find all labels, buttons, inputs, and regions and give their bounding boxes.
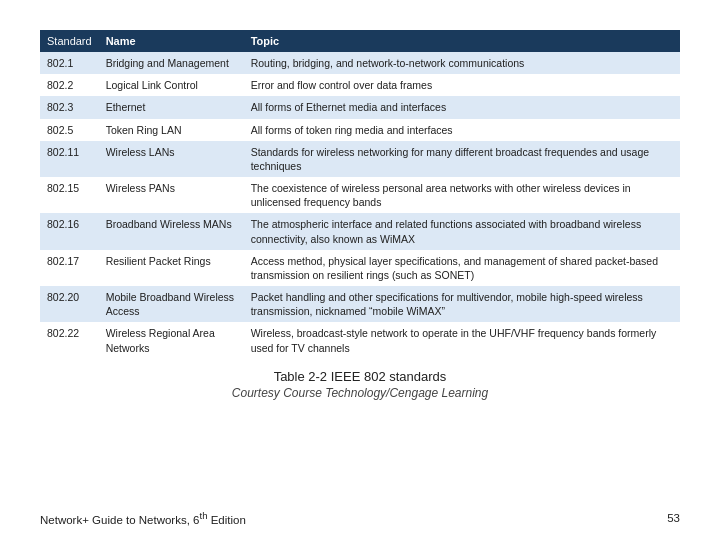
cell-standard: 802.15 xyxy=(40,177,99,213)
cell-standard: 802.16 xyxy=(40,213,99,249)
table-row: 802.17Resilient Packet RingsAccess metho… xyxy=(40,250,680,286)
table-row: 802.5Token Ring LANAll forms of token ri… xyxy=(40,119,680,141)
table-row: 802.1Bridging and ManagementRouting, bri… xyxy=(40,52,680,74)
cell-standard: 802.22 xyxy=(40,322,99,358)
cell-standard: 802.17 xyxy=(40,250,99,286)
cell-topic: Packet handling and other specifications… xyxy=(244,286,680,322)
table-wrapper: Standard Name Topic 802.1Bridging and Ma… xyxy=(40,30,680,359)
cell-name: Token Ring LAN xyxy=(99,119,244,141)
cell-name: Wireless Regional Area Networks xyxy=(99,322,244,358)
cell-topic: Wireless, broadcast-style network to ope… xyxy=(244,322,680,358)
cell-topic: The coexistence of wireless personal are… xyxy=(244,177,680,213)
header-topic: Topic xyxy=(244,30,680,52)
footer-title-end: Edition xyxy=(207,514,245,526)
footer-page: 53 xyxy=(667,512,680,524)
table-header-row: Standard Name Topic xyxy=(40,30,680,52)
cell-topic: Standards for wireless networking for ma… xyxy=(244,141,680,177)
page: Standard Name Topic 802.1Bridging and Ma… xyxy=(0,0,720,540)
cell-name: Bridging and Management xyxy=(99,52,244,74)
footer: Network+ Guide to Networks, 6th Edition … xyxy=(40,510,680,526)
cell-topic: The atmospheric interface and related fu… xyxy=(244,213,680,249)
cell-standard: 802.11 xyxy=(40,141,99,177)
cell-topic: All forms of token ring media and interf… xyxy=(244,119,680,141)
ieee-table: Standard Name Topic 802.1Bridging and Ma… xyxy=(40,30,680,359)
caption-area: Table 2-2 IEEE 802 standards Courtesy Co… xyxy=(232,369,488,400)
table-row: 802.22Wireless Regional Area NetworksWir… xyxy=(40,322,680,358)
cell-topic: Routing, bridging, and network-to-networ… xyxy=(244,52,680,74)
caption-sub: Courtesy Course Technology/Cengage Learn… xyxy=(232,386,488,400)
cell-standard: 802.5 xyxy=(40,119,99,141)
cell-standard: 802.20 xyxy=(40,286,99,322)
cell-name: Resilient Packet Rings xyxy=(99,250,244,286)
cell-standard: 802.2 xyxy=(40,74,99,96)
table-row: 802.3EthernetAll forms of Ethernet media… xyxy=(40,96,680,118)
cell-name: Broadband Wireless MANs xyxy=(99,213,244,249)
cell-standard: 802.1 xyxy=(40,52,99,74)
cell-name: Ethernet xyxy=(99,96,244,118)
cell-name: Mobile Broadband Wireless Access xyxy=(99,286,244,322)
caption-main: Table 2-2 IEEE 802 standards xyxy=(232,369,488,384)
cell-standard: 802.3 xyxy=(40,96,99,118)
cell-name: Logical Link Control xyxy=(99,74,244,96)
header-standard: Standard xyxy=(40,30,99,52)
header-name: Name xyxy=(99,30,244,52)
table-row: 802.2Logical Link ControlError and flow … xyxy=(40,74,680,96)
cell-name: Wireless PANs xyxy=(99,177,244,213)
table-row: 802.16Broadband Wireless MANsThe atmosph… xyxy=(40,213,680,249)
cell-topic: All forms of Ethernet media and interfac… xyxy=(244,96,680,118)
cell-name: Wireless LANs xyxy=(99,141,244,177)
table-row: 802.20Mobile Broadband Wireless AccessPa… xyxy=(40,286,680,322)
cell-topic: Access method, physical layer specificat… xyxy=(244,250,680,286)
table-row: 802.11Wireless LANsStandards for wireles… xyxy=(40,141,680,177)
footer-title: Network+ Guide to Networks, 6th Edition xyxy=(40,510,246,526)
table-row: 802.15Wireless PANsThe coexistence of wi… xyxy=(40,177,680,213)
cell-topic: Error and flow control over data frames xyxy=(244,74,680,96)
footer-title-text: Network+ Guide to Networks, 6 xyxy=(40,514,199,526)
